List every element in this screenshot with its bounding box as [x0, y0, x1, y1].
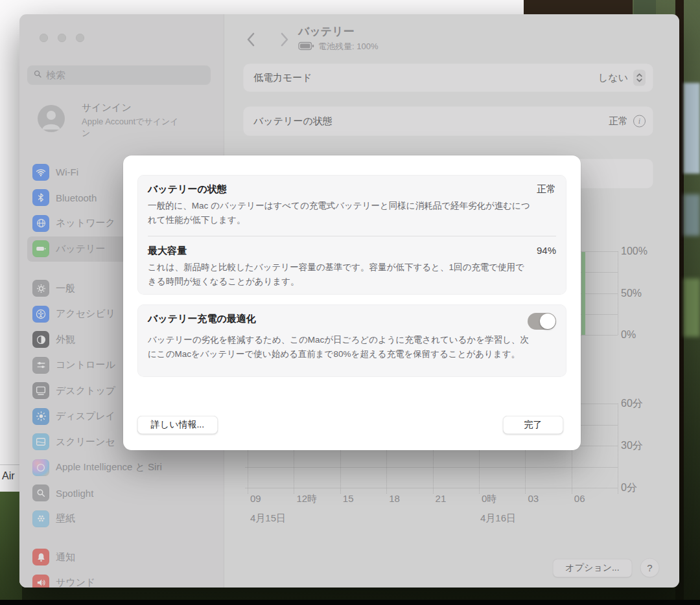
- sky-patch: [684, 83, 700, 174]
- done-button[interactable]: 完了: [503, 416, 563, 434]
- max-capacity-title: 最大容量: [148, 245, 187, 257]
- done-button-label: 完了: [524, 419, 542, 431]
- foliage: [684, 279, 700, 337]
- screen-bottom-bezel: [0, 600, 700, 605]
- background-window-text: Air: [2, 470, 15, 482]
- health-card: バッテリーの状態 正常 一般的に、Mac のバッテリーはすべての充電式バッテリー…: [137, 175, 566, 295]
- optimized-charging-section: バッテリー充電の最適化 バッテリーの劣化を軽減するため、このMacが日ごろどのよ…: [137, 304, 566, 361]
- more-info-button-label: 詳しい情報...: [151, 419, 204, 431]
- max-capacity-section: 最大容量 94% これは、新品時と比較したバッテリー容量の基準です。容量が低下す…: [137, 236, 566, 288]
- background-window-footer: Air: [0, 464, 19, 492]
- max-capacity-description: これは、新品時と比較したバッテリー容量の基準です。容量が低下すると、1回の充電で…: [148, 260, 531, 288]
- more-info-button[interactable]: 詳しい情報...: [137, 416, 218, 434]
- screen: Air 検索 サインイン: [0, 0, 700, 605]
- battery-health-dialog: バッテリーの状態 正常 一般的に、Mac のバッテリーはすべての充電式バッテリー…: [123, 155, 581, 450]
- optimized-charging-card: バッテリー充電の最適化 バッテリーの劣化を軽減するため、このMacが日ごろどのよ…: [137, 304, 566, 377]
- optimized-charging-title: バッテリー充電の最適化: [148, 313, 256, 325]
- optimized-charging-description: バッテリーの劣化を軽減するため、このMacが日ごろどのように充電されているかを学…: [148, 333, 531, 361]
- battery-state-title: バッテリーの状態: [148, 183, 227, 196]
- max-capacity-value: 94%: [537, 245, 556, 256]
- optimized-charging-toggle[interactable]: [528, 313, 556, 330]
- toggle-knob: [540, 314, 555, 329]
- battery-state-value: 正常: [537, 183, 556, 196]
- sky-patch: [684, 194, 700, 236]
- battery-state-section: バッテリーの状態 正常 一般的に、Mac のバッテリーはすべての充電式バッテリー…: [137, 175, 566, 227]
- battery-state-description: 一般的に、Mac のバッテリーはすべての充電式バッテリーと同様に消耗品で経年劣化…: [148, 199, 531, 227]
- grass: [0, 488, 22, 605]
